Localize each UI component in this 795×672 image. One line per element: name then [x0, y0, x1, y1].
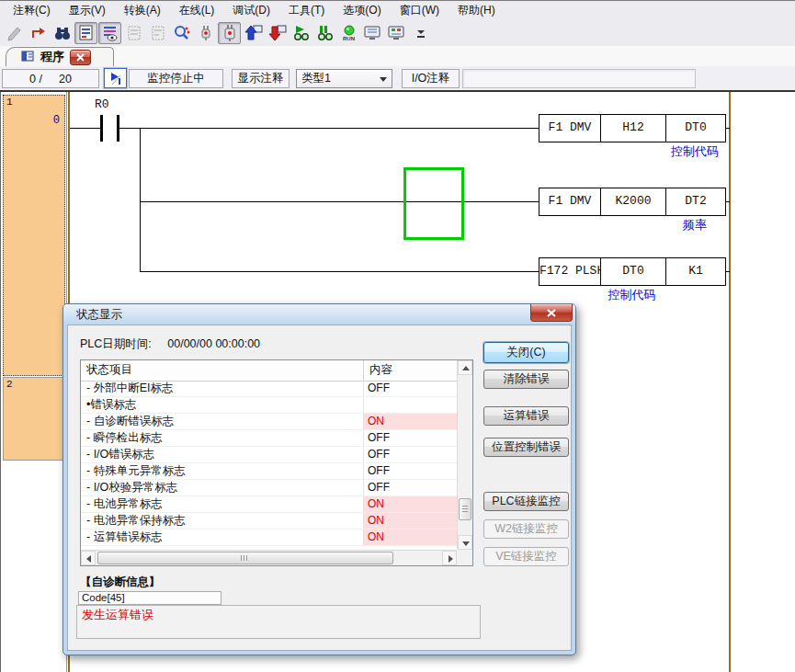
status-value-cell: OFF — [364, 447, 457, 462]
rung-margin-block-1[interactable]: 1 0 — [3, 95, 65, 376]
edit-disabled-icon — [3, 22, 26, 44]
menu-item-7[interactable]: 选项(O) — [334, 1, 390, 20]
dialog-titlebar[interactable]: 状态显示 — [63, 304, 575, 325]
menu-item-5[interactable]: 调试(D) — [223, 1, 279, 20]
jump-step-icon[interactable] — [27, 22, 50, 44]
status-value-cell: ON — [364, 530, 457, 545]
dialog-title: 状态显示 — [76, 307, 122, 323]
status-message-field — [462, 69, 696, 88]
instruction-box-dmv-control[interactable]: F1 DMVH12DT0 — [539, 114, 726, 142]
status-table-row[interactable]: - I/O校验异常标志OFF — [81, 480, 457, 496]
rung-number: 1 — [6, 97, 13, 108]
wire — [140, 271, 539, 272]
instruction-cell[interactable]: H12 — [600, 115, 665, 142]
run-mode-icon[interactable]: RUN — [337, 22, 360, 44]
monitor-toggle-button[interactable] — [104, 68, 127, 88]
ladder-view-icon[interactable] — [74, 22, 97, 44]
rung-margin-block-2[interactable]: 2 — [3, 377, 65, 461]
status-item-cell: - 特殊单元异常标志 — [81, 463, 364, 479]
io-comment-button[interactable]: I/O注释 — [402, 69, 460, 88]
instruction-cell[interactable]: DT2 — [665, 188, 725, 215]
comment-view-icon[interactable] — [98, 22, 121, 44]
status-table-row[interactable]: - 运算错误标志ON — [81, 530, 457, 546]
vertical-scrollbar[interactable] — [457, 360, 472, 550]
instruction-cell[interactable]: F1 DMV — [539, 115, 600, 142]
status-table-row[interactable]: - 瞬停检出标志OFF — [81, 430, 457, 447]
monitor-pause-icon[interactable] — [313, 22, 336, 44]
monitor-status: 监控停止中 — [129, 69, 223, 88]
wire — [119, 128, 539, 129]
self-diagnostic-section-label: 【自诊断信息】 — [80, 575, 161, 590]
monitor-run-icon[interactable] — [290, 22, 312, 44]
step-total: 20 — [59, 73, 72, 85]
toolbar-overflow-icon[interactable] — [409, 22, 432, 44]
step-counter: 0 / 20 — [2, 69, 99, 88]
horizontal-scrollbar-thumb[interactable] — [97, 552, 393, 564]
position-control-error-button[interactable]: 位置控制错误 — [483, 438, 569, 457]
instruction-cell[interactable]: F172 PLSH — [539, 258, 600, 285]
status-table-row[interactable]: - 自诊断错误标志ON — [81, 414, 457, 430]
edit-cursor[interactable] — [403, 167, 464, 240]
tab-close-button[interactable] — [70, 50, 91, 65]
rung-step-address: 0 — [53, 114, 60, 127]
menu-item-2[interactable]: 显示(V) — [60, 1, 115, 20]
close-icon — [547, 309, 556, 317]
upload-from-plc-icon[interactable] — [242, 22, 265, 44]
status-table-row[interactable]: - 电池异常标志ON — [81, 496, 457, 513]
scroll-right-icon[interactable] — [442, 551, 457, 565]
status-table-row[interactable]: - 电池异常保持标志ON — [81, 513, 457, 530]
horizontal-scrollbar[interactable] — [81, 550, 457, 565]
instruction-cell[interactable]: F1 DMV — [539, 188, 600, 215]
status-table: 状态项目 内容 - 外部中断EI标志OFF•错误标志- 自诊断错误标志ON- 瞬… — [80, 359, 473, 566]
download-to-plc-icon[interactable] — [266, 22, 289, 44]
status-value-cell: ON — [364, 414, 457, 429]
instruction-cell[interactable]: K1 — [665, 258, 725, 285]
status-item-cell: - 外部中断EI标志 — [81, 381, 364, 396]
grid-disabled-icon-2 — [146, 22, 169, 44]
status-table-row[interactable]: - I/O错误标志OFF — [81, 447, 457, 463]
status-item-cell: - 自诊断错误标志 — [81, 414, 364, 429]
online-plug-icon[interactable] — [218, 22, 241, 44]
plc-status-window-icon[interactable] — [361, 22, 384, 44]
instruction-cell[interactable]: K2000 — [600, 188, 665, 215]
instruction-box-dmv-frequency[interactable]: F1 DMVK2000DT2 — [539, 188, 726, 216]
close-button[interactable]: 关闭(C) — [483, 342, 569, 363]
toolbar: RUN — [0, 20, 795, 46]
contact-bar-left — [100, 115, 103, 142]
plc-status-window-2-icon[interactable] — [385, 22, 408, 44]
program-tab-icon — [21, 50, 35, 65]
instruction-cell[interactable]: DT0 — [665, 115, 725, 142]
vertical-scrollbar-thumb[interactable] — [459, 498, 471, 520]
status-value-cell: ON — [364, 496, 457, 512]
offline-plug-icon[interactable] — [194, 22, 217, 44]
dialog-close-button[interactable] — [530, 304, 573, 322]
status-table-row[interactable]: •错误标志 — [81, 397, 457, 414]
monitor-settings-icon[interactable] — [170, 22, 193, 44]
status-value-cell — [364, 397, 457, 413]
contact-label[interactable]: R0 — [95, 97, 109, 111]
operation-error-button[interactable]: 运算错误 — [483, 406, 569, 426]
wire — [70, 128, 100, 129]
plc-datetime: PLC日期时间: 00/00/00 00:00:00 — [80, 336, 260, 352]
menu-item-1[interactable]: 注释(C) — [4, 1, 60, 20]
menu-item-6[interactable]: 工具(T) — [279, 1, 334, 20]
instruction-box-plsh[interactable]: F172 PLSHDT0K1 — [539, 257, 726, 286]
instruction-cell[interactable]: DT0 — [600, 258, 665, 285]
scroll-left-icon[interactable] — [81, 551, 96, 565]
scroll-down-icon[interactable] — [458, 535, 472, 550]
menu-item-8[interactable]: 窗口(W) — [391, 1, 449, 20]
scroll-up-icon[interactable] — [458, 360, 472, 375]
show-comment-button[interactable]: 显示注释 — [232, 69, 290, 88]
status-table-row[interactable]: - 特殊单元异常标志OFF — [81, 463, 457, 480]
clear-error-button[interactable]: 清除错误 — [483, 370, 569, 389]
menu-item-4[interactable]: 在线(L) — [170, 1, 224, 20]
plc-link-monitor-button[interactable]: PLC链接监控 — [483, 492, 569, 511]
status-item-cell: •错误标志 — [81, 397, 364, 413]
menu-item-3[interactable]: 转换(A) — [115, 1, 170, 20]
status-table-row[interactable]: - 外部中断EI标志OFF — [81, 381, 457, 397]
operand-comment: 控制代码 — [599, 287, 664, 303]
find-icon[interactable] — [51, 22, 74, 44]
tab-program[interactable]: 程序 — [6, 47, 114, 66]
comment-type-select[interactable]: 类型1 — [296, 69, 392, 88]
menu-item-9[interactable]: 帮助(H) — [449, 1, 505, 20]
